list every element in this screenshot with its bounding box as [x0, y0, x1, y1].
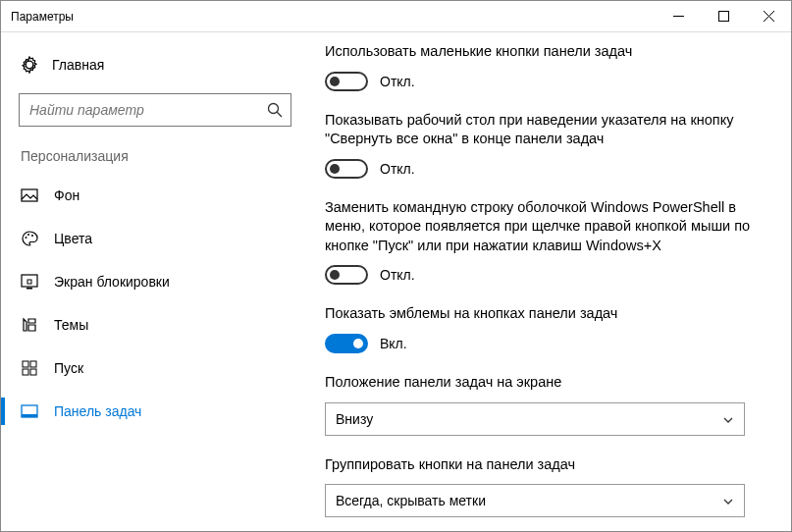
dropdown-label: Группировать кнопки на панели задач: [325, 455, 773, 475]
dropdown-label: Положение панели задач на экране: [325, 373, 773, 393]
home-label: Главная: [52, 57, 104, 73]
sidebar-item-label: Фон: [54, 187, 79, 203]
svg-rect-15: [23, 369, 28, 375]
setting-label: Показывать рабочий стол при наведении ук…: [325, 111, 773, 149]
dropdown-row: Группировать кнопки на панели задачВсегд…: [325, 455, 773, 518]
svg-rect-1: [718, 12, 728, 22]
svg-rect-18: [22, 414, 37, 417]
toggle-switch[interactable]: [325, 265, 368, 285]
section-title: Персонализация: [1, 142, 315, 174]
svg-line-5: [277, 112, 282, 117]
setting-row: Заменить командную строку оболочкой Wind…: [325, 198, 773, 286]
setting-label: Заменить командную строку оболочкой Wind…: [325, 198, 773, 256]
toggle-switch[interactable]: [325, 72, 368, 91]
content-area: Использовать маленькие кнопки панели зад…: [315, 32, 791, 531]
dropdown-select[interactable]: Всегда, скрывать метки: [325, 484, 745, 517]
start-icon: [21, 359, 38, 377]
sidebar-item-label: Экран блокировки: [54, 274, 170, 290]
setting-label: Показать эмблемы на кнопках панели задач: [325, 304, 773, 324]
window-title: Параметры: [1, 10, 656, 24]
toggle-switch[interactable]: [325, 334, 368, 353]
search-input[interactable]: [20, 94, 290, 126]
setting-row: Показывать рабочий стол при наведении ук…: [325, 111, 773, 179]
dropdown-value: Внизу: [336, 411, 373, 427]
sidebar-item-label: Панель задач: [54, 403, 141, 419]
sidebar-item-background[interactable]: Фон: [1, 174, 315, 217]
toggle-state-text: Откл.: [380, 161, 415, 177]
sidebar-item-taskbar[interactable]: Панель задач: [1, 390, 315, 433]
home-button[interactable]: Главная: [1, 46, 315, 83]
svg-rect-11: [26, 288, 32, 290]
palette-icon: [21, 230, 38, 247]
toggle-state-text: Откл.: [380, 267, 415, 283]
svg-point-8: [27, 234, 29, 236]
toggle-switch[interactable]: [325, 159, 368, 179]
sidebar-item-label: Темы: [54, 317, 88, 333]
setting-row: Показать эмблемы на кнопках панели задач…: [325, 304, 773, 353]
svg-rect-10: [22, 275, 37, 287]
search-field[interactable]: [19, 93, 291, 127]
minimize-button[interactable]: [656, 1, 701, 31]
svg-point-7: [26, 237, 27, 239]
sidebar-item-label: Пуск: [54, 360, 83, 376]
titlebar: Параметры: [1, 1, 791, 32]
taskbar-icon: [21, 402, 38, 420]
svg-rect-12: [27, 280, 31, 284]
picture-icon: [21, 186, 38, 204]
setting-label: Использовать маленькие кнопки панели зад…: [325, 42, 773, 62]
toggle-state-text: Откл.: [380, 74, 415, 89]
svg-point-9: [31, 235, 33, 237]
svg-rect-14: [30, 361, 36, 367]
svg-rect-16: [30, 369, 36, 375]
dropdown-row: Положение панели задач на экранеВнизу: [325, 373, 773, 436]
toggle-state-text: Вкл.: [380, 336, 407, 351]
svg-rect-6: [22, 189, 37, 201]
dropdown-select[interactable]: Внизу: [325, 402, 745, 436]
svg-point-4: [269, 104, 279, 114]
close-button[interactable]: [746, 1, 791, 31]
sidebar: Главная Персонализация Фон Цвета: [1, 32, 315, 531]
dropdown-value: Всегда, скрывать метки: [336, 493, 486, 508]
search-icon: [267, 102, 283, 118]
themes-icon: [21, 316, 38, 334]
lockscreen-icon: [21, 273, 38, 291]
setting-row: Использовать маленькие кнопки панели зад…: [325, 42, 773, 91]
sidebar-item-lockscreen[interactable]: Экран блокировки: [1, 260, 315, 303]
sidebar-item-label: Цвета: [54, 231, 92, 246]
sidebar-item-themes[interactable]: Темы: [1, 303, 315, 346]
gear-icon: [21, 56, 38, 74]
chevron-down-icon: [722, 495, 734, 506]
chevron-down-icon: [722, 413, 734, 425]
maximize-button[interactable]: [701, 1, 746, 31]
svg-rect-13: [23, 361, 28, 367]
sidebar-item-start[interactable]: Пуск: [1, 346, 315, 390]
sidebar-item-colors[interactable]: Цвета: [1, 217, 315, 260]
